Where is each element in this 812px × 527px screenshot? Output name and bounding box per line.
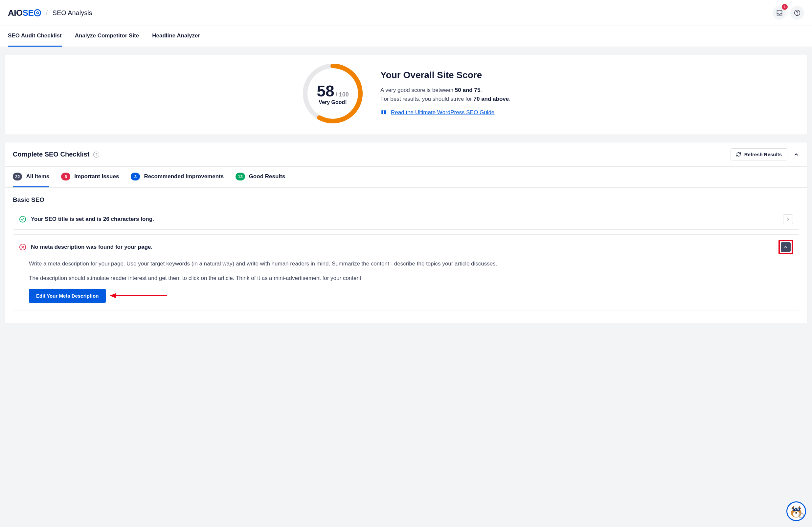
refresh-icon: [736, 152, 741, 157]
guide-link-row: Read the Ultimate WordPress SEO Guide: [380, 109, 494, 116]
x-circle-icon: [19, 243, 26, 251]
edit-meta-button[interactable]: Edit Your Meta Description: [29, 289, 106, 303]
highlight-annotation: [779, 240, 793, 254]
score-info: Your Overall Site Score A very good scor…: [380, 70, 510, 117]
help-icon: [794, 10, 800, 16]
filter-all[interactable]: 22 All Items: [13, 167, 49, 187]
score-label: Very Good!: [319, 100, 347, 105]
logo-gear-icon: [34, 9, 41, 16]
score-desc-2: For best results, you should strive for …: [380, 94, 510, 103]
breadcrumb-separator: /: [46, 9, 48, 17]
section-title: Basic SEO: [5, 188, 807, 209]
seo-guide-link[interactable]: Read the Ultimate WordPress SEO Guide: [391, 109, 494, 116]
checklist-items: Your SEO title is set and is 26 characte…: [5, 209, 807, 323]
item-header: No meta description was found for your p…: [13, 235, 799, 259]
score-value: 58: [317, 82, 334, 100]
refresh-button[interactable]: Refresh Results: [730, 148, 787, 161]
item-title: No meta description was found for your p…: [31, 244, 774, 250]
score-max: / 100: [336, 91, 349, 98]
checklist-title: Complete SEO Checklist: [13, 151, 89, 158]
filter-tabs: 22 All Items 6 Important Issues 3 Recomm…: [5, 167, 807, 188]
tab-seo-audit[interactable]: SEO Audit Checklist: [8, 26, 62, 47]
help-tooltip-icon[interactable]: ?: [93, 152, 99, 157]
item-description-2: The description should stimulate reader …: [29, 274, 783, 283]
filter-good[interactable]: 13 Good Results: [235, 167, 285, 187]
svg-point-1: [797, 14, 798, 14]
filter-recommended[interactable]: 3 Recommended Improvements: [131, 167, 224, 187]
header-left: AIOSE / SEO Analysis: [8, 8, 92, 18]
checklist-header: Complete SEO Checklist ? Refresh Results: [5, 142, 807, 167]
checklist-item: Your SEO title is set and is 26 characte…: [13, 209, 799, 230]
notifications-button[interactable]: 1: [772, 6, 786, 20]
check-circle-icon: [19, 215, 26, 223]
svg-marker-7: [110, 293, 116, 298]
top-header: AIOSE / SEO Analysis 1: [0, 0, 812, 26]
checklist-item: No meta description was found for your p…: [13, 234, 799, 311]
score-heading: Your Overall Site Score: [380, 70, 510, 80]
tab-headline[interactable]: Headline Analyzer: [152, 26, 200, 47]
logo-text-se: SE: [23, 8, 34, 18]
item-description-1: Write a meta description for your page. …: [29, 259, 783, 268]
chevron-up-icon[interactable]: [793, 152, 799, 157]
score-desc-1: A very good score is between 50 and 75.: [380, 86, 510, 94]
main-tabs: SEO Audit Checklist Analyze Competitor S…: [0, 26, 812, 47]
inbox-icon: [776, 10, 783, 16]
tab-competitor[interactable]: Analyze Competitor Site: [75, 26, 139, 47]
chevron-right-icon: [786, 217, 790, 222]
svg-point-4: [20, 216, 26, 222]
brand-logo: AIOSE: [8, 8, 41, 18]
arrow-annotation: [110, 292, 169, 300]
checklist-card: Complete SEO Checklist ? Refresh Results…: [4, 142, 808, 323]
logo-text-aio: AIO: [8, 8, 23, 18]
item-title: Your SEO title is set and is 26 characte…: [31, 216, 779, 223]
score-card: 58 / 100 Very Good! Your Overall Site Sc…: [4, 54, 808, 135]
score-gauge: 58 / 100 Very Good!: [302, 62, 364, 125]
header-right: 1: [772, 6, 804, 20]
collapse-button[interactable]: [781, 242, 791, 252]
item-body: Write a meta description for your page. …: [13, 259, 799, 310]
book-icon: [380, 109, 387, 116]
page-title: SEO Analysis: [53, 9, 92, 17]
item-header: Your SEO title is set and is 26 characte…: [13, 209, 799, 229]
expand-button[interactable]: [783, 214, 793, 224]
help-button[interactable]: [790, 6, 804, 20]
chevron-up-icon: [783, 245, 788, 250]
filter-important[interactable]: 6 Important Issues: [61, 167, 119, 187]
notification-badge: 1: [782, 4, 788, 10]
